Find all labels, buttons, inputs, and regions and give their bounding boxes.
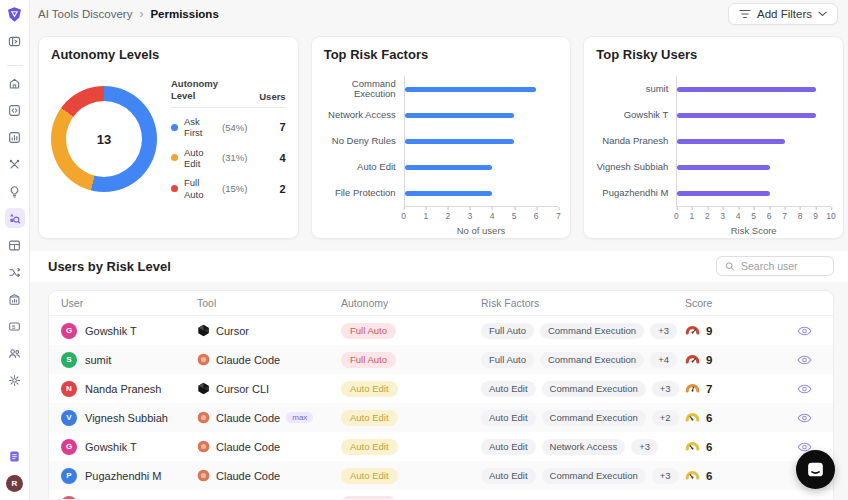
axis-tick: 7 — [782, 211, 787, 221]
card-title: Autonomy Levels — [51, 47, 286, 62]
risk-factor-pill: Auto Edit — [481, 439, 536, 455]
risk-factor-pill: Auto Edit — [481, 381, 536, 397]
tool-name: Claude Code — [216, 470, 280, 482]
card-title: Top Risk Factors — [324, 47, 559, 62]
tool-name: Cursor — [216, 325, 249, 337]
bar-chart-icon[interactable] — [5, 127, 25, 147]
autonomy-pill: Auto Edit — [341, 410, 398, 426]
gauge-icon — [685, 411, 700, 424]
table-header: UserToolAutonomyRisk FactorsScore — [49, 291, 833, 316]
eye-icon[interactable] — [789, 413, 812, 423]
table-row-partial[interactable]: Full Auto — [49, 490, 833, 499]
table-row[interactable]: PPugazhendhi MClaude CodeAuto EditAuto E… — [49, 461, 833, 490]
axis-tick: 8 — [798, 211, 803, 221]
score-value: 6 — [706, 470, 712, 482]
avatar: S — [61, 352, 77, 368]
bar-category-label: Command Execution — [324, 76, 404, 102]
bar — [405, 191, 493, 196]
ai-discovery-icon[interactable] — [5, 208, 25, 228]
score-value: 9 — [706, 354, 712, 366]
claude-icon — [197, 440, 210, 453]
claude-icon — [197, 469, 210, 482]
gauge-icon — [685, 469, 700, 482]
home-icon[interactable] — [5, 73, 25, 93]
sidebar-nav: B — [5, 31, 25, 390]
top-risky-users-card: Top Risky Users sumitGowshik TNanda Pran… — [583, 36, 844, 239]
settings-icon[interactable] — [5, 370, 25, 390]
autonomy-legend: Autonomy Level Users Ask First(54%)7Auto… — [171, 78, 286, 200]
bar-category-label: Gowshik T — [596, 102, 676, 128]
charts-row: Autonomy Levels 13 Autonomy Level Users … — [30, 26, 848, 239]
autonomy-pill: Full Auto — [341, 323, 396, 339]
table-row[interactable]: NNanda PraneshCursor CLIAuto EditAuto Ed… — [49, 374, 833, 403]
claude-icon — [197, 353, 210, 366]
autonomy-pill: Auto Edit — [341, 381, 398, 397]
users-section-header: Users by Risk Level — [30, 251, 848, 282]
tools-icon[interactable] — [5, 154, 25, 174]
bar — [677, 191, 769, 196]
eye-icon[interactable] — [789, 326, 812, 336]
user-name: Gowshik T — [85, 325, 137, 337]
billing-card-icon[interactable]: B — [5, 316, 25, 336]
legend-dot — [171, 185, 178, 192]
eye-icon[interactable] — [789, 384, 812, 394]
sidebar-bottom: R — [5, 446, 25, 492]
legend-users: 7 — [280, 121, 286, 133]
autonomy-pill: Full Auto — [341, 352, 396, 368]
risk-factor-pill: Command Execution — [542, 410, 646, 426]
tool-name: Cursor CLI — [216, 383, 269, 395]
gauge-icon — [685, 382, 700, 395]
column-header: Risk Factors — [481, 297, 685, 309]
autonomy-donut: 13 — [51, 86, 157, 192]
avatar: N — [61, 381, 77, 397]
filter-icon — [739, 9, 751, 19]
risk-factor-pill: +3 — [652, 381, 679, 397]
axis-tick: 2 — [445, 211, 450, 221]
panel-toggle-icon[interactable] — [5, 31, 25, 51]
risk-factor-pill: +4 — [650, 352, 677, 368]
search-input[interactable] — [741, 260, 825, 272]
risk-factor-pill: Auto Edit — [481, 468, 536, 484]
bar — [677, 165, 769, 170]
notes-icon[interactable] — [5, 446, 25, 466]
legend-header-level: Autonomy Level — [171, 78, 219, 102]
legend-pct: (54%) — [222, 122, 247, 133]
legend-header-users: Users — [259, 91, 285, 102]
breadcrumb-parent[interactable]: AI Tools Discovery — [38, 8, 132, 20]
axis-tick: 4 — [490, 211, 495, 221]
claude-icon — [197, 411, 210, 424]
chat-widget-button[interactable] — [796, 450, 835, 489]
add-filters-button[interactable]: Add Filters — [728, 3, 838, 25]
sidebar-divider — [7, 65, 23, 66]
gauge-icon — [685, 353, 700, 366]
svg-text:B: B — [12, 323, 16, 329]
table-row[interactable]: SsumitClaude CodeFull AutoFull AutoComma… — [49, 345, 833, 374]
org-chart-icon[interactable] — [5, 289, 25, 309]
table-row[interactable]: GGowshik TClaude CodeAuto EditAuto EditN… — [49, 432, 833, 461]
users-icon[interactable] — [5, 343, 25, 363]
score-value: 9 — [706, 325, 712, 337]
risk-factor-pill: +3 — [652, 468, 679, 484]
lightbulb-icon[interactable] — [5, 181, 25, 201]
window-grid-icon[interactable] — [5, 235, 25, 255]
axis-tick: 5 — [512, 211, 517, 221]
risk-factor-pill: Full Auto — [481, 323, 534, 339]
eye-icon[interactable] — [789, 355, 812, 365]
x-axis-label: Risk Score — [676, 225, 831, 236]
code-box-icon[interactable] — [5, 100, 25, 120]
legend-users: 2 — [280, 183, 286, 195]
legend-dot — [171, 154, 178, 161]
shuffle-icon[interactable] — [5, 262, 25, 282]
brand-logo-icon[interactable] — [6, 5, 24, 23]
avatar — [61, 496, 77, 499]
legend-pct: (15%) — [222, 183, 247, 194]
axis-tick: 5 — [751, 211, 756, 221]
axis-tick: 6 — [534, 211, 539, 221]
main-content: AI Tools Discovery › Permissions Add Fil… — [30, 0, 848, 500]
axis-tick: 6 — [767, 211, 772, 221]
user-avatar[interactable]: R — [6, 475, 23, 492]
table-row[interactable]: VVignesh SubbiahClaude CodemaxAuto EditA… — [49, 403, 833, 432]
table-row[interactable]: GGowshik TCursorFull AutoFull AutoComman… — [49, 316, 833, 345]
search-box[interactable] — [716, 256, 834, 276]
user-name: Gowshik T — [85, 441, 137, 453]
